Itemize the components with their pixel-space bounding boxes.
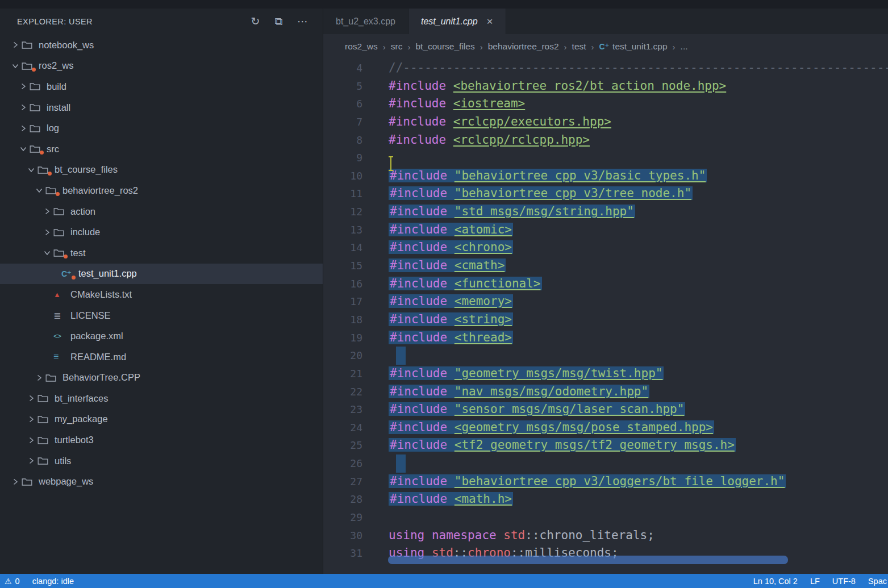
refresh-icon[interactable]: ↻ xyxy=(251,16,260,27)
indentation-indicator[interactable]: Spac xyxy=(868,577,887,586)
tree-item-action[interactable]: action xyxy=(0,201,323,222)
code-line-24[interactable]: 24#include <geometry_msgs/msg/pose_stamp… xyxy=(323,419,888,437)
code-line-27[interactable]: 27#include "behaviortree_cpp_v3/loggers/… xyxy=(323,473,888,491)
line-number[interactable]: 23 xyxy=(323,401,362,419)
code-line-7[interactable]: 7#include <rclcpp/executors.hpp> xyxy=(323,113,888,131)
encoding-indicator[interactable]: UTF-8 xyxy=(832,577,856,586)
line-number[interactable]: 7 xyxy=(323,113,362,131)
line-number[interactable]: 22 xyxy=(323,383,362,401)
tree-item-build[interactable]: build xyxy=(0,76,323,97)
line-number[interactable]: 9 xyxy=(323,149,362,167)
code-line-16[interactable]: 16#include <functional> xyxy=(323,275,888,293)
cursor-position-indicator[interactable]: Ln 10, Col 2 xyxy=(753,577,798,586)
line-number[interactable]: 4 xyxy=(323,59,362,77)
line-number[interactable]: 18 xyxy=(323,311,362,329)
code-line-25[interactable]: 25#include <tf2_geometry_msgs/tf2_geomet… xyxy=(323,436,888,454)
line-number[interactable]: 15 xyxy=(323,257,362,275)
breadcrumb-item-bt_course_files[interactable]: bt_course_files xyxy=(415,41,474,52)
line-number[interactable]: 26 xyxy=(323,454,362,473)
code-line-8[interactable]: 8#include <rclcpp/rclcpp.hpp> xyxy=(323,131,888,149)
tab-close-icon[interactable]: × xyxy=(487,16,493,27)
tree-item-CMakeLists.txt[interactable]: ▲CMakeLists.txt xyxy=(0,284,323,305)
line-number[interactable]: 13 xyxy=(323,221,362,239)
breadcrumb-item-...[interactable]: ... xyxy=(681,41,688,52)
line-number[interactable]: 11 xyxy=(323,185,362,203)
tree-item-turtlebot3[interactable]: turtlebot3 xyxy=(0,429,323,451)
tree-item-my_package[interactable]: my_package xyxy=(0,409,323,430)
breadcrumb-item-test[interactable]: test xyxy=(572,41,586,52)
code-line-19[interactable]: 19#include <thread> xyxy=(323,329,888,347)
line-number[interactable]: 19 xyxy=(323,329,362,347)
code-editor[interactable]: 4//-------------------------------------… xyxy=(323,59,888,565)
tree-item-bt_course_files[interactable]: bt_course_files xyxy=(0,160,323,181)
line-number[interactable]: 25 xyxy=(323,436,362,454)
line-number[interactable]: 32 xyxy=(323,562,362,565)
horizontal-scrollbar[interactable] xyxy=(388,556,788,564)
tree-item-BehaviorTree.CPP[interactable]: BehaviorTree.CPP xyxy=(0,368,323,389)
line-number[interactable]: 28 xyxy=(323,490,362,508)
code-line-5[interactable]: 5#include <behaviortree_ros2/bt_action_n… xyxy=(323,77,888,95)
code-line-10[interactable]: 10#include "behaviortree_cpp_v3/basic_ty… xyxy=(323,167,888,185)
line-number[interactable]: 24 xyxy=(323,419,362,437)
line-number[interactable]: 20 xyxy=(323,347,362,365)
line-number[interactable]: 29 xyxy=(323,508,362,527)
language-server-status[interactable]: clangd: idle xyxy=(32,577,74,586)
line-number[interactable]: 16 xyxy=(323,275,362,293)
tree-item-label: install xyxy=(47,102,70,113)
tree-item-utils[interactable]: utils xyxy=(0,451,323,472)
eol-indicator[interactable]: LF xyxy=(810,577,820,586)
code-line-13[interactable]: 13#include <atomic> xyxy=(323,221,888,239)
code-line-20[interactable]: 20 xyxy=(323,347,888,365)
tree-item-package.xml[interactable]: <>package.xml xyxy=(0,326,323,347)
line-number[interactable]: 17 xyxy=(323,293,362,311)
code-line-22[interactable]: 22#include "nav_msgs/msg/odometry.hpp" xyxy=(323,383,888,401)
tree-item-webpage_ws[interactable]: webpage_ws xyxy=(0,471,323,492)
line-number[interactable]: 21 xyxy=(323,365,362,383)
tree-item-bt_interfaces[interactable]: bt_interfaces xyxy=(0,388,323,409)
code-line-14[interactable]: 14#include <chrono> xyxy=(323,239,888,257)
code-line-21[interactable]: 21#include "geometry_msgs/msg/twist.hpp" xyxy=(323,365,888,383)
breadcrumb-item-ros2_ws[interactable]: ros2_ws xyxy=(345,41,378,52)
line-number[interactable]: 31 xyxy=(323,544,362,562)
tree-item-LICENSE[interactable]: ≣LICENSE xyxy=(0,305,323,326)
tab-test_unit1.cpp[interactable]: test_unit1.cpp× xyxy=(408,9,506,34)
code-line-26[interactable]: 26 xyxy=(323,454,888,473)
code-line-6[interactable]: 6#include <iostream> xyxy=(323,95,888,113)
line-number[interactable]: 14 xyxy=(323,239,362,257)
tab-bt_u2_ex3.cpp[interactable]: bt_u2_ex3.cpp xyxy=(323,9,408,34)
code-line-18[interactable]: 18#include <string> xyxy=(323,311,888,329)
tree-item-ros2_ws[interactable]: ros2_ws xyxy=(0,56,323,77)
line-number[interactable]: 8 xyxy=(323,131,362,149)
tree-item-test[interactable]: test xyxy=(0,243,323,264)
more-actions-icon[interactable]: ⋯ xyxy=(297,16,308,27)
line-number[interactable]: 10 xyxy=(323,167,362,185)
problems-indicator[interactable]: ⚠ 0 xyxy=(5,577,20,586)
line-number[interactable]: 30 xyxy=(323,527,362,545)
breadcrumb-item-test_unit1.cpp[interactable]: C⁺test_unit1.cpp xyxy=(599,41,668,52)
tree-item-src[interactable]: src xyxy=(0,139,323,160)
tree-item-install[interactable]: install xyxy=(0,97,323,118)
code-line-17[interactable]: 17#include <memory> xyxy=(323,293,888,311)
breadcrumb-item-src[interactable]: src xyxy=(391,41,403,52)
tree-item-test_unit1.cpp[interactable]: C⁺test_unit1.cpp xyxy=(0,264,323,285)
line-number[interactable]: 5 xyxy=(323,77,362,95)
breadcrumb-item-behaviortree_ros2[interactable]: behaviortree_ros2 xyxy=(488,41,559,52)
line-number[interactable]: 6 xyxy=(323,95,362,113)
code-line-12[interactable]: 12#include "std_msgs/msg/string.hpp" xyxy=(323,203,888,221)
tree-item-behaviortree_ros2[interactable]: behaviortree_ros2 xyxy=(0,180,323,201)
code-line-11[interactable]: 11#include "behaviortree_cpp_v3/tree_nod… xyxy=(323,185,888,203)
code-line-4[interactable]: 4//-------------------------------------… xyxy=(323,59,888,77)
collapse-folders-icon[interactable]: ⧉ xyxy=(274,16,282,27)
code-line-30[interactable]: 30using namespace std::chrono_literals; xyxy=(323,527,888,545)
code-line-29[interactable]: 29 xyxy=(323,508,888,527)
tree-item-log[interactable]: log xyxy=(0,118,323,139)
tree-item-include[interactable]: include xyxy=(0,222,323,243)
code-line-23[interactable]: 23#include "sensor_msgs/msg/laser_scan.h… xyxy=(323,401,888,419)
code-line-28[interactable]: 28#include <math.h> xyxy=(323,490,888,508)
code-line-9[interactable]: 9 xyxy=(323,149,888,167)
code-line-15[interactable]: 15#include <cmath> xyxy=(323,257,888,275)
line-number[interactable]: 27 xyxy=(323,473,362,491)
line-number[interactable]: 12 xyxy=(323,203,362,221)
tree-item-notebook_ws[interactable]: notebook_ws xyxy=(0,35,323,56)
tree-item-README.md[interactable]: ≡README.md xyxy=(0,347,323,368)
